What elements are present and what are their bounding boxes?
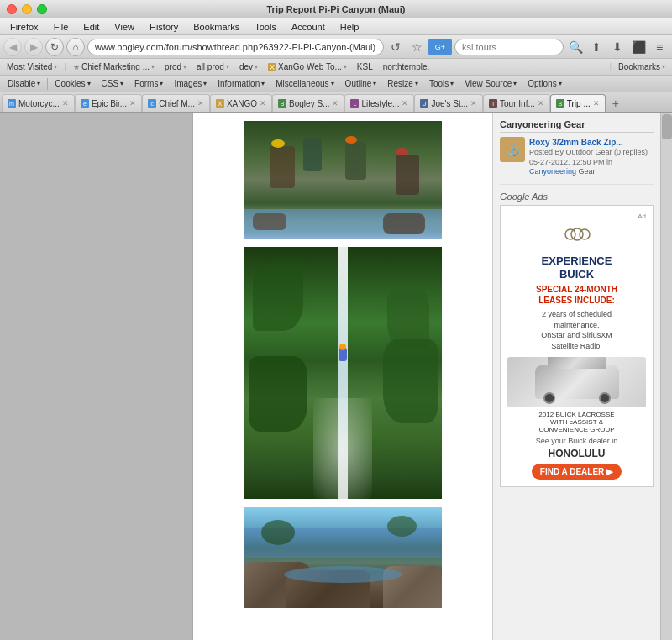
menu-bar: Firefox File Edit View History Bookmarks…	[0, 18, 672, 35]
ad-dealer-text: See your Buick dealer in	[507, 437, 646, 445]
scrollbar-thumb[interactable]	[662, 114, 672, 139]
nav-icon-3[interactable]: ⬛	[629, 38, 648, 56]
tab-close-trip[interactable]: ✕	[593, 99, 600, 108]
menu-tools[interactable]: Tools	[248, 20, 283, 34]
new-tab-button[interactable]: +	[607, 95, 624, 112]
tb-outline[interactable]: Outline ▾	[341, 78, 381, 89]
reload-button[interactable]: ↻	[45, 38, 64, 56]
tab-tourinf[interactable]: T Tour Inf... ✕	[483, 94, 550, 112]
tab-favicon-lifestyle: L	[350, 99, 359, 108]
menu-help[interactable]: Help	[333, 20, 366, 34]
svg-point-2	[580, 229, 590, 239]
bookmarks-bar: Most Visited ▾ | ★ Chief Marketing ... ▾…	[0, 59, 672, 76]
tb-information[interactable]: Information ▾	[213, 78, 269, 89]
nav-icon-1[interactable]: ⬆	[587, 38, 606, 56]
tb-tools[interactable]: Tools ▾	[425, 78, 458, 89]
tb-options[interactable]: Options ▾	[523, 78, 565, 89]
tab-close-lifestyle[interactable]: ✕	[402, 99, 408, 108]
left-sidebar-inner	[0, 113, 192, 640]
tabs-bar: m Motorcyc... ✕ e Epic Bir... ✕ c Chief …	[0, 92, 672, 113]
sidebar-section-title: Canyoneering Gear	[500, 119, 654, 133]
maximize-button[interactable]	[37, 4, 47, 14]
post-icon: ⚓	[500, 137, 525, 162]
nav-icon-2[interactable]: ⬇	[608, 38, 627, 56]
tab-lifestyle[interactable]: L Lifestyle... ✕	[344, 94, 414, 112]
tab-close-joes[interactable]: ✕	[470, 99, 477, 108]
minimize-button[interactable]	[22, 4, 32, 14]
menu-history[interactable]: History	[143, 20, 185, 34]
scrollbar[interactable]	[660, 113, 672, 640]
search-bar[interactable]	[454, 39, 564, 55]
bookmark-star-icon[interactable]: ☆	[407, 38, 426, 56]
home-button[interactable]: ⌂	[66, 38, 85, 56]
tab-close-chiefm[interactable]: ✕	[197, 99, 204, 108]
main-area: Canyoneering Gear ⚓ Roxy 3/2mm Back Zip.…	[0, 113, 672, 640]
bm-chief-marketing[interactable]: ★ Chief Marketing ... ▾	[70, 61, 158, 72]
tb-images[interactable]: Images ▾	[170, 78, 211, 89]
car-top	[548, 357, 606, 369]
menu-account[interactable]: Account	[285, 20, 332, 34]
tb-disable[interactable]: Disable ▾	[3, 78, 45, 89]
tab-xango[interactable]: X XANGO ✕	[210, 94, 272, 112]
ad-car-image	[507, 357, 646, 407]
forward-button[interactable]: ▶	[24, 38, 43, 56]
search-engine-icon: G+	[428, 39, 452, 55]
bm-all-prod[interactable]: all prod ▾	[193, 61, 233, 72]
tab-favicon-joes: J	[420, 99, 428, 108]
google-ad[interactable]: Ad EXPERIENCEBUICK SPECIAL 24-MONTHLEASE…	[500, 205, 654, 487]
ad-logo	[507, 222, 646, 251]
tab-close-tourinf[interactable]: ✕	[538, 99, 544, 108]
find-dealer-button[interactable]: FIND A DEALER ▶	[532, 464, 622, 480]
close-button[interactable]	[7, 4, 17, 14]
tab-close-epicbir[interactable]: ✕	[129, 99, 136, 108]
tb-viewsource[interactable]: View Source ▾	[460, 78, 521, 89]
bm-xango[interactable]: X XanGo Web To... ▾	[265, 61, 350, 72]
tab-close-xango[interactable]: ✕	[260, 99, 266, 108]
tb-cookies[interactable]: Cookies ▾	[50, 78, 94, 89]
tab-bogley[interactable]: B Bogley S... ✕	[272, 94, 344, 112]
post-text: Roxy 3/2mm Back Zip... Posted By Outdoor…	[529, 137, 648, 177]
refresh-icon[interactable]: ↺	[386, 38, 405, 56]
tab-favicon-xango: X	[216, 99, 224, 108]
svg-point-0	[565, 229, 575, 239]
post-title[interactable]: Roxy 3/2mm Back Zip...	[529, 137, 648, 148]
bm-prod[interactable]: prod ▾	[161, 61, 190, 72]
menu-edit[interactable]: Edit	[76, 20, 106, 34]
nav-icon-4[interactable]: ≡	[650, 38, 669, 56]
tab-favicon-bogley: B	[278, 99, 286, 108]
tab-trip[interactable]: B Trip ... ✕	[550, 94, 606, 112]
tb-css[interactable]: CSS ▾	[97, 78, 129, 89]
window-controls[interactable]	[7, 4, 47, 14]
photo-waterfall	[244, 247, 442, 499]
right-sidebar: Canyoneering Gear ⚓ Roxy 3/2mm Back Zip.…	[492, 113, 660, 640]
photo-group-canyon	[244, 121, 442, 239]
tab-close-bogley[interactable]: ✕	[332, 99, 339, 108]
ad-highlight: SPECIAL 24-MONTHLEASES INCLUDE:	[507, 284, 646, 306]
url-bar[interactable]	[87, 39, 384, 55]
bm-northtemple[interactable]: northtemple.	[380, 61, 433, 72]
tab-epicbir[interactable]: e Epic Bir... ✕	[75, 94, 142, 112]
back-button[interactable]: ◀	[3, 38, 22, 56]
tab-joes[interactable]: J Joe's St... ✕	[414, 94, 483, 112]
tab-favicon-epicbir: e	[81, 99, 89, 108]
post-meta-2: 05-27-2012, 12:50 PM in	[529, 158, 648, 168]
search-icon[interactable]: 🔍	[566, 38, 585, 56]
menu-firefox[interactable]: Firefox	[3, 20, 45, 34]
post-meta-3[interactable]: Canyoneering Gear	[529, 167, 648, 177]
bm-bookmarks[interactable]: Bookmarks ▾	[615, 61, 669, 72]
tb-forms[interactable]: Forms ▾	[130, 78, 167, 89]
tab-chiefm[interactable]: c Chief M... ✕	[142, 94, 210, 112]
menu-bookmarks[interactable]: Bookmarks	[186, 20, 246, 34]
bm-ksl[interactable]: KSL	[354, 61, 376, 72]
menu-view[interactable]: View	[108, 20, 141, 34]
tb-resize[interactable]: Resize ▾	[383, 78, 423, 89]
tab-motorcyc[interactable]: m Motorcyc... ✕	[2, 94, 75, 112]
bm-most-visited[interactable]: Most Visited ▾	[3, 61, 60, 72]
tab-close-motorcyc[interactable]: ✕	[62, 99, 69, 108]
photo-pool	[244, 507, 442, 608]
post-meta-1: Posted By Outdoor Gear (0 replies)	[529, 148, 648, 158]
bm-dev[interactable]: dev ▾	[236, 61, 261, 72]
menu-file[interactable]: File	[47, 20, 76, 34]
tb-sep-1	[47, 78, 48, 90]
tb-misc[interactable]: Miscellaneous ▾	[271, 78, 338, 89]
